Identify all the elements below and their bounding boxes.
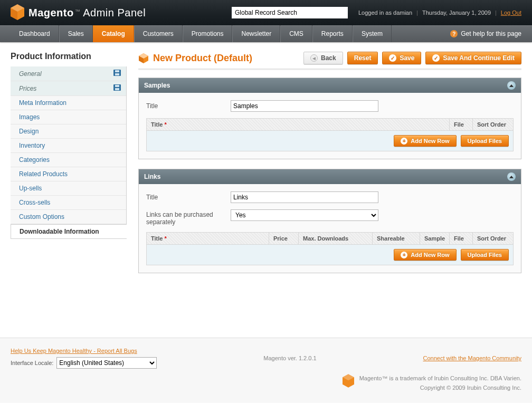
logo-text: Magento™ Admin Panel (28, 7, 146, 19)
samples-col-title: Title (151, 121, 163, 128)
nav-item-newsletter[interactable]: Newsletter (232, 25, 280, 42)
nav-item-dashboard[interactable]: Dashboard (11, 25, 59, 42)
sidebar-tab-custom-options[interactable]: Custom Options (11, 210, 126, 224)
samples-col-sort: Sort Order (473, 119, 513, 130)
main-nav: DashboardSalesCatalogCustomersPromotions… (0, 25, 532, 42)
check-icon: ✓ (432, 54, 440, 62)
samples-upload-button[interactable]: Upload Files (461, 135, 509, 147)
copyright-text: Copyright © 2009 Irubin Consulting Inc. (359, 383, 521, 393)
logo: Magento™ Admin Panel (11, 4, 146, 22)
svg-rect-4 (115, 85, 119, 87)
header-bar: Magento™ Admin Panel Logged in as damian… (0, 0, 532, 25)
links-col-sample: Sample (420, 233, 450, 244)
samples-title-input[interactable] (231, 100, 378, 112)
nav-item-reports[interactable]: Reports (312, 25, 353, 42)
header-date: Thursday, January 1, 2009 (422, 9, 491, 16)
sidebar-tab-general[interactable]: General (11, 66, 126, 81)
community-link[interactable]: Connect with the Magento Community (423, 355, 521, 361)
svg-rect-2 (115, 73, 119, 75)
sidebar-tab-design[interactable]: Design (11, 124, 126, 139)
logout-link[interactable]: Log Out (501, 9, 521, 16)
nav-item-system[interactable]: System (353, 25, 392, 42)
svg-rect-5 (115, 88, 119, 90)
version-text: Magento ver. 1.2.0.1 (157, 355, 423, 361)
product-cube-icon (138, 53, 149, 63)
sidebar-tab-up-sells[interactable]: Up-sells (11, 181, 126, 196)
samples-grid: Title * File Sort Order +Add New Row Upl… (146, 118, 514, 151)
sidebar-tab-prices[interactable]: Prices (11, 81, 126, 96)
links-title-input[interactable] (231, 191, 378, 203)
links-add-row-button[interactable]: +Add New Row (394, 249, 456, 261)
sidebar: Product Information GeneralPricesMeta In… (11, 52, 127, 316)
collapse-toggle-icon[interactable] (507, 81, 516, 90)
logged-in-text: Logged in as damian (358, 9, 412, 16)
links-purchased-select[interactable]: Yes (231, 209, 378, 221)
global-search-input[interactable] (232, 7, 348, 18)
save-button[interactable]: ✓Save (382, 52, 421, 64)
nav-item-customers[interactable]: Customers (134, 25, 183, 42)
links-col-maxdl: Max. Downloads (299, 233, 373, 244)
magento-footer-icon (343, 374, 354, 388)
save-disk-icon (113, 84, 121, 92)
nav-item-promotions[interactable]: Promotions (183, 25, 233, 42)
nav-item-cms[interactable]: CMS (280, 25, 312, 42)
nav-item-catalog[interactable]: Catalog (93, 25, 134, 42)
check-icon: ✓ (389, 54, 396, 62)
links-grid: Title * Price Max. Downloads Shareable S… (146, 232, 514, 265)
help-icon: ? (450, 30, 458, 37)
save-continue-button[interactable]: ✓Save And Continue Edit (425, 52, 521, 64)
reset-button[interactable]: Reset (347, 52, 378, 64)
sidebar-tab-downloadable-information[interactable]: Downloadable Information (11, 224, 127, 239)
back-arrow-icon: ◄ (310, 54, 318, 62)
samples-panel: Samples Title Title * File Sort Order + (138, 78, 521, 159)
sidebar-tab-inventory[interactable]: Inventory (11, 139, 126, 153)
links-title-label: Title (146, 194, 231, 201)
links-panel-heading: Links (144, 173, 160, 180)
collapse-toggle-icon[interactable] (507, 172, 516, 181)
links-upload-button[interactable]: Upload Files (461, 249, 509, 261)
page-title: New Product (Default) (153, 53, 252, 64)
links-col-sort: Sort Order (473, 233, 513, 244)
magento-logo-icon (11, 4, 24, 22)
samples-title-label: Title (146, 102, 231, 110)
trademark-text: Magento™ is a trademark of Irubin Consul… (359, 374, 521, 383)
nav-item-sales[interactable]: Sales (59, 25, 93, 42)
main-content: New Product (Default) ◄Back Reset ✓Save … (138, 52, 521, 316)
links-col-file: File (450, 233, 473, 244)
header-user-info: Logged in as damian | Thursday, January … (358, 9, 521, 16)
sidebar-tab-categories[interactable]: Categories (11, 153, 126, 167)
samples-col-file: File (450, 119, 473, 130)
sidebar-tab-meta-information[interactable]: Meta Information (11, 96, 126, 110)
links-col-title: Title (151, 235, 163, 242)
sidebar-tab-images[interactable]: Images (11, 110, 126, 124)
locale-label: Interface Locale: (11, 360, 53, 366)
back-button[interactable]: ◄Back (303, 52, 343, 64)
nav-help-link[interactable]: ? Get help for this page (450, 25, 521, 42)
plus-icon: + (401, 138, 407, 145)
report-bugs-link[interactable]: Help Us Keep Magento Healthy - Report Al… (11, 348, 157, 354)
samples-panel-heading: Samples (144, 82, 170, 89)
save-disk-icon (113, 70, 121, 78)
sidebar-tab-cross-sells[interactable]: Cross-sells (11, 196, 126, 210)
sidebar-heading: Product Information (11, 52, 127, 61)
samples-add-row-button[interactable]: +Add New Row (394, 135, 456, 147)
links-purchased-label: Links can be purchased separately (146, 209, 231, 226)
locale-select[interactable]: English (United States) (56, 357, 157, 369)
footer: Help Us Keep Magento Healthy - Report Al… (0, 338, 532, 403)
svg-rect-1 (115, 70, 119, 72)
links-col-shareable: Shareable (373, 233, 420, 244)
links-panel: Links Title Links can be purchased separ… (138, 169, 521, 273)
plus-icon: + (401, 252, 407, 258)
links-col-price: Price (269, 233, 299, 244)
sidebar-tab-related-products[interactable]: Related Products (11, 167, 126, 181)
